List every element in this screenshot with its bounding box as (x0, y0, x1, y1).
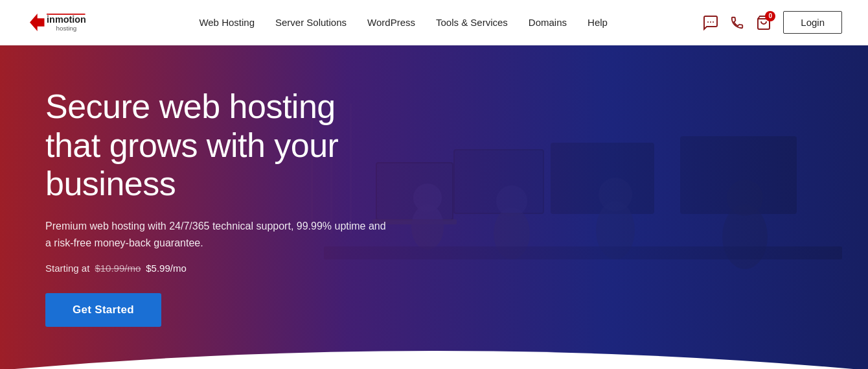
phone-button[interactable] (730, 16, 744, 30)
svg-marker-0 (30, 14, 45, 31)
nav-help[interactable]: Help (588, 17, 608, 28)
get-started-button[interactable]: Get Started (45, 293, 161, 327)
svg-text:inmotion: inmotion (47, 14, 86, 25)
logo[interactable]: inmotion hosting (26, 8, 104, 37)
logo-image: inmotion hosting (26, 8, 104, 37)
nav-domains[interactable]: Domains (529, 17, 567, 28)
svg-point-5 (707, 21, 709, 23)
hero-subtitle: Premium web hosting with 24/7/365 techni… (45, 218, 389, 251)
phone-icon (730, 16, 744, 30)
chat-icon (703, 15, 718, 30)
svg-point-7 (713, 21, 714, 23)
cart-count: 0 (765, 11, 775, 21)
hero-bottom-curve (0, 331, 868, 369)
hero-content: Secure web hosting that grows with your … (0, 88, 440, 327)
hero-title: Secure web hosting that grows with your … (45, 88, 395, 204)
cart-button[interactable]: 0 (756, 15, 771, 30)
nav-tools-services[interactable]: Tools & Services (436, 17, 508, 28)
header-actions: 0 Login (703, 11, 842, 34)
price-current: $5.99/mo (146, 263, 187, 274)
svg-text:hosting: hosting (56, 25, 77, 32)
nav-server-solutions[interactable]: Server Solutions (275, 17, 347, 28)
price-original: $10.99/mo (95, 263, 141, 274)
login-button[interactable]: Login (783, 11, 842, 34)
nav-web-hosting[interactable]: Web Hosting (199, 17, 255, 28)
svg-point-6 (710, 21, 711, 23)
nav-wordpress[interactable]: WordPress (367, 17, 415, 28)
pricing-prefix: Starting at (45, 263, 89, 274)
hero-section: Secure web hosting that grows with your … (0, 45, 868, 369)
hero-pricing: Starting at $10.99/mo $5.99/mo (45, 263, 395, 274)
site-header: inmotion hosting Web Hosting Server Solu… (0, 0, 868, 45)
chat-button[interactable] (703, 15, 718, 30)
main-nav: Web Hosting Server Solutions WordPress T… (104, 17, 703, 28)
